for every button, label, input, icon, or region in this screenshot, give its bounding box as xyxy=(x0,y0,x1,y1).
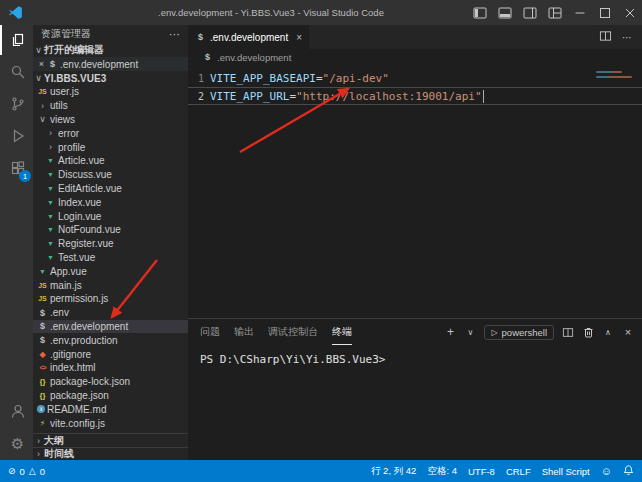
notifications-bell-icon[interactable] xyxy=(623,464,634,478)
tree-item-.gitignore[interactable]: ◆.gitignore xyxy=(33,347,188,361)
kill-terminal-icon[interactable] xyxy=(582,326,594,338)
code-lines: 1VITE_APP_BASEAPI="/api-dev"2VITE_APP_UR… xyxy=(188,69,642,105)
chevron-collapsed-icon: › xyxy=(45,142,56,152)
tree-item-package-lock.json[interactable]: {}package-lock.json xyxy=(33,375,188,389)
tree-item-Discuss.vue[interactable]: ▼Discuss.vue xyxy=(33,168,188,182)
code-token: "http://localhost:19001/api" xyxy=(296,90,481,103)
tree-item-user.js[interactable]: JSuser.js xyxy=(33,85,188,99)
js-file-icon: JS xyxy=(37,282,48,289)
vue-file-icon: ▼ xyxy=(45,240,56,247)
tree-item-package.json[interactable]: {}package.json xyxy=(33,389,188,403)
close-editor-icon[interactable]: × xyxy=(36,59,47,69)
feedback-smiley-icon[interactable]: ☺ xyxy=(601,465,612,477)
code-line-2[interactable]: 2VITE_APP_URL="http://localhost:19001/ap… xyxy=(188,87,642,105)
file-name: Article.vue xyxy=(58,155,105,166)
tree-item-Index.vue[interactable]: ▼Index.vue xyxy=(33,195,188,209)
cursor-position[interactable]: 行 2, 列 42 xyxy=(371,465,416,478)
code-line-1[interactable]: 1VITE_APP_BASEAPI="/api-dev" xyxy=(188,69,642,87)
terminal-output[interactable]: PS D:\CSharp\Yi\Yi.BBS.Vue3> xyxy=(188,345,642,460)
search-icon[interactable] xyxy=(0,57,33,87)
timeline-section-header[interactable]: › 时间线 xyxy=(33,447,188,460)
indentation[interactable]: 空格: 4 xyxy=(427,465,457,478)
more-actions-icon[interactable]: ⋯ xyxy=(622,32,632,43)
toggle-panel-icon[interactable] xyxy=(492,0,517,25)
open-editor-item-.env.development[interactable]: ×$.env.development xyxy=(33,57,188,71)
file-name: vite.config.js xyxy=(50,418,105,429)
explorer-icon[interactable] xyxy=(0,25,33,55)
settings-gear-icon[interactable]: ⚙ xyxy=(0,428,33,458)
panel-actions: + ∨ ▷ powershell ∧ × xyxy=(444,325,634,340)
tree-item-permission.js[interactable]: JSpermission.js xyxy=(33,292,188,306)
eol-sequence[interactable]: CRLF xyxy=(506,466,531,477)
chevron-collapsed-icon: › xyxy=(33,436,44,446)
tree-item-.env[interactable]: $.env xyxy=(33,306,188,320)
file-name: Discuss.vue xyxy=(58,169,112,180)
tree-item-error[interactable]: ›error xyxy=(33,126,188,140)
maximize-window-icon[interactable] xyxy=(592,0,617,25)
powershell-icon: ▷ xyxy=(491,328,497,337)
outline-section-header[interactable]: › 大纲 xyxy=(33,433,188,447)
editor-tab-env-development[interactable]: $ .env.development × xyxy=(188,25,309,49)
file-name: index.html xyxy=(50,362,96,373)
tree-item-EditArticle.vue[interactable]: ▼EditArticle.vue xyxy=(33,182,188,196)
code-token: "/api-dev" xyxy=(323,72,389,85)
language-mode[interactable]: Shell Script xyxy=(542,466,590,477)
vue-file-icon: ▼ xyxy=(37,268,48,275)
editor-area: $ .env.development × ⋯ $ .env.developmen… xyxy=(188,25,642,460)
tree-item-.env.production[interactable]: $.env.production xyxy=(33,333,188,347)
tree-item-views[interactable]: ∨views xyxy=(33,113,188,127)
terminal-profile-dropdown-icon[interactable]: ∨ xyxy=(464,328,476,337)
split-terminal-icon[interactable] xyxy=(562,327,574,338)
panel-tab-终端[interactable]: 终端 xyxy=(332,319,352,345)
terminal-tab-powershell[interactable]: ▷ powershell xyxy=(484,325,554,340)
minimap[interactable] xyxy=(596,71,634,81)
breadcrumb[interactable]: $ .env.development xyxy=(188,49,642,65)
toggle-sidebar-icon[interactable] xyxy=(467,0,492,25)
minimize-window-icon[interactable] xyxy=(567,0,592,25)
tree-item-Article.vue[interactable]: ▼Article.vue xyxy=(33,154,188,168)
tree-item-utils[interactable]: ›utils xyxy=(33,99,188,113)
tree-item-Register.vue[interactable]: ▼Register.vue xyxy=(33,237,188,251)
tree-item-vite.config.js[interactable]: ⚡vite.config.js xyxy=(33,416,188,430)
code-editor[interactable]: 1VITE_APP_BASEAPI="/api-dev"2VITE_APP_UR… xyxy=(188,65,642,318)
run-debug-icon[interactable] xyxy=(0,121,33,151)
code-token: = xyxy=(316,72,323,85)
panel-tab-输出[interactable]: 输出 xyxy=(234,319,254,345)
toggle-secondary-sidebar-icon[interactable] xyxy=(517,0,542,25)
terminal-prompt: PS D:\CSharp\Yi\Yi.BBS.Vue3> xyxy=(200,353,385,366)
tree-item-README.md[interactable]: iREADME.md xyxy=(33,402,188,416)
panel-tab-问题[interactable]: 问题 xyxy=(200,319,220,345)
tree-item-index.html[interactable]: <>index.html xyxy=(33,361,188,375)
tree-item-Login.vue[interactable]: ▼Login.vue xyxy=(33,209,188,223)
vscode-logo-icon[interactable] xyxy=(8,5,23,20)
customize-layout-icon[interactable] xyxy=(542,0,567,25)
new-terminal-icon[interactable]: + xyxy=(444,325,456,339)
tree-item-App.vue[interactable]: ▼App.vue xyxy=(33,264,188,278)
panel-tab-调试控制台[interactable]: 调试控制台 xyxy=(268,319,318,345)
chevron-collapsed-icon: › xyxy=(37,101,48,111)
close-panel-icon[interactable]: × xyxy=(622,326,634,338)
problems-status[interactable]: ⊘ 0 △ 0 xyxy=(8,466,45,477)
encoding[interactable]: UTF-8 xyxy=(468,466,495,477)
close-window-icon[interactable] xyxy=(617,0,642,25)
project-section-header[interactable]: ∨ YI.BBS.VUE3 xyxy=(33,71,188,85)
tree-item-.env.development[interactable]: $.env.development xyxy=(33,320,188,334)
extensions-badge: 1 xyxy=(19,170,31,182)
tree-item-profile[interactable]: ›profile xyxy=(33,140,188,154)
tree-item-main.js[interactable]: JSmain.js xyxy=(33,278,188,292)
file-name: permission.js xyxy=(50,293,108,304)
file-name: Index.vue xyxy=(58,197,101,208)
maximize-panel-icon[interactable]: ∧ xyxy=(602,328,614,337)
sidebar-more-actions-icon[interactable]: ⋯ xyxy=(169,28,180,41)
file-tree: JSuser.js›utils∨views›error›profile▼Arti… xyxy=(33,85,188,433)
account-icon[interactable] xyxy=(0,396,33,426)
tree-item-NotFound.vue[interactable]: ▼NotFound.vue xyxy=(33,223,188,237)
file-name: .env xyxy=(50,307,69,318)
tree-item-Test.vue[interactable]: ▼Test.vue xyxy=(33,251,188,265)
split-editor-icon[interactable] xyxy=(599,30,612,44)
source-control-icon[interactable] xyxy=(0,89,33,119)
editor-actions: ⋯ xyxy=(589,25,642,49)
close-tab-icon[interactable]: × xyxy=(296,32,302,43)
open-editors-header[interactable]: ∨ 打开的编辑器 xyxy=(33,43,188,57)
extensions-icon[interactable]: 1 xyxy=(0,153,33,183)
